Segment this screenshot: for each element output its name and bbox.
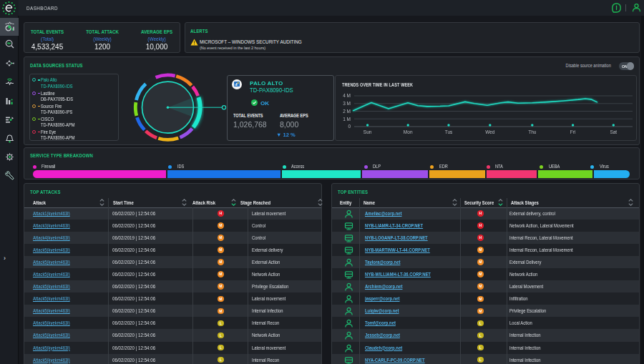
svg-text:3 M: 3 M: [343, 101, 351, 106]
svg-text:4 M: 4 M: [343, 93, 351, 98]
svg-text:Sat: Sat: [610, 129, 617, 134]
svg-text:Wed: Wed: [485, 129, 495, 134]
svg-text:0: 0: [348, 124, 351, 129]
svg-text:Sun: Sun: [364, 129, 372, 134]
svg-text:1 M: 1 M: [343, 117, 351, 122]
svg-text:Fri: Fri: [570, 129, 576, 134]
svg-text:2 M: 2 M: [343, 109, 351, 114]
svg-text:Mon: Mon: [404, 129, 413, 134]
svg-text:Tus: Tus: [445, 129, 453, 134]
svg-text:Thu: Thu: [528, 129, 537, 134]
